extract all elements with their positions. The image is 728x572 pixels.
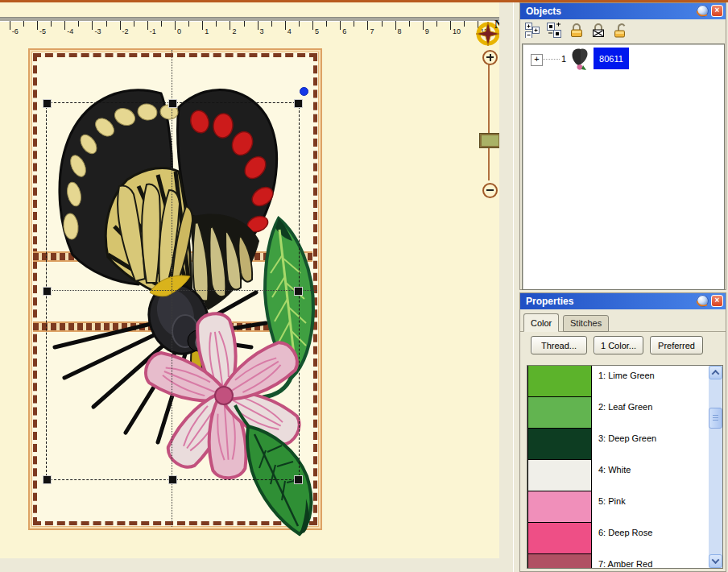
ruler-tick [92,21,93,30]
color-swatch[interactable] [527,553,592,569]
color-row[interactable]: 1: Lime Green [527,366,722,397]
properties-panel-title: Properties [526,296,573,307]
zoom-in-icon[interactable] [482,50,498,65]
tree-boxes-icon[interactable] [546,22,563,39]
tree-expand-icon[interactable] [524,22,541,39]
color-label: 6: Deep Rose [598,528,652,537]
padlock-x-icon[interactable] [589,22,606,39]
selection-handle-bottom-right[interactable] [294,475,303,484]
tab-color[interactable]: Color [523,313,559,332]
properties-panel-titlebar[interactable]: Properties × [520,293,726,309]
ruler-tick-label: 10 [453,27,461,35]
ruler-tick [271,21,272,27]
color-swatch[interactable] [527,459,592,491]
ruler-divider [0,17,499,22]
ruler-tick [175,21,176,30]
properties-tabs: Color Stitches [520,312,726,332]
close-icon[interactable]: × [711,5,723,17]
ruler-tick [464,21,465,27]
selection-handle-middle-right[interactable] [294,287,303,296]
side-panels: Objects × [513,2,728,572]
ruler-tick [37,21,38,30]
ruler-tick [10,21,10,30]
color-row[interactable]: 7: Amber Red [527,554,722,569]
ruler-tick [423,21,424,30]
color-list[interactable]: 1: Lime Green 2: Leaf Green 3: Deep Gree… [527,365,723,569]
color-row[interactable]: 6: Deep Rose [527,523,722,554]
color-row[interactable]: 2: Leaf Green [527,397,722,429]
objects-list[interactable]: + 1 80611 [522,44,725,290]
ruler-tick-label: 9 [425,27,429,35]
selection-handle-top-middle[interactable] [168,99,177,108]
application-window: -6 -5 -4 -3 -2 -1 0 1 2 3 4 5 6 7 8 9 10… [0,0,728,572]
selection-handle-top-left[interactable] [43,99,52,108]
selection-rotation-handle[interactable] [300,87,308,96]
color-swatch[interactable] [527,491,592,523]
help-ball-icon[interactable] [697,5,709,17]
design-canvas[interactable]: -6 -5 -4 -3 -2 -1 0 1 2 3 4 5 6 7 8 9 10… [0,2,499,558]
scroll-down-icon[interactable] [709,554,722,568]
zoom-out-icon[interactable] [482,183,498,198]
selection-handle-bottom-middle[interactable] [168,475,177,484]
selection-handle-bottom-left[interactable] [43,475,52,484]
color-label: 7: Amber Red [598,559,652,569]
ruler-tick [436,21,437,27]
ruler-tick [147,21,148,30]
object-thumbnail[interactable] [569,48,590,72]
ruler-tick [120,21,121,30]
objects-toolbar [520,19,726,44]
thread-button[interactable]: Thread... [531,336,587,354]
ruler-tick [340,21,341,30]
ruler-tick-label: -1 [150,27,156,35]
color-label: 5: Pink [598,496,626,506]
ruler-tick-label: -6 [12,27,19,35]
selection-handle-middle-left[interactable] [43,287,52,296]
ruler-tick [51,21,52,27]
ruler-tick [216,21,217,27]
ruler-tick [354,21,354,27]
objects-panel-titlebar[interactable]: Objects × [520,3,726,19]
ruler-tick-label: -3 [94,27,101,35]
tree-connector [542,59,560,60]
color-row[interactable]: 5: Pink [527,491,722,523]
ruler-tick [258,21,259,30]
ruler-tick [395,21,396,30]
close-icon[interactable]: × [711,295,723,307]
color-label: 1: Lime Green [598,371,655,380]
ruler-tick-label: -4 [67,27,73,35]
flyout-arrow-icon[interactable] [493,4,499,15]
ruler-tick-label: 8 [398,27,402,35]
padlock-locked-icon[interactable] [568,22,585,39]
ruler-tick [409,21,410,27]
scroll-up-icon[interactable] [709,366,722,379]
zoom-slider-handle[interactable] [480,134,499,147]
ruler-tick-label: 0 [177,27,181,35]
ruler-tick [106,21,107,27]
ruler-tick [188,21,189,27]
color-swatch[interactable] [527,365,592,397]
color-swatch[interactable] [527,428,592,460]
color-swatch[interactable] [527,522,592,554]
objects-panel: Objects × [519,2,726,290]
selection-handle-top-right[interactable] [294,99,303,108]
properties-panel: Properties × Color Stitches Thread... 1 … [519,292,726,572]
color-row[interactable]: 3: Deep Green [527,429,722,460]
color-swatch[interactable] [527,396,592,429]
preferred-button[interactable]: Preferred [650,336,703,354]
ruler-tick-label: 6 [342,27,346,35]
object-id-selected[interactable]: 80611 [594,48,629,69]
color-row[interactable]: 4: White [527,460,722,491]
ruler-tick [64,21,65,30]
color-list-scrollbar[interactable] [709,366,722,568]
one-color-button[interactable]: 1 Color... [594,336,643,354]
ruler-tick-label: 7 [370,27,374,35]
selection-rectangle[interactable] [46,102,300,480]
tab-stitches[interactable]: Stitches [563,315,609,332]
zoom-slider-track[interactable] [488,63,490,180]
color-list-scroll-thumb[interactable] [709,408,722,429]
ruler-tick-label: 1 [205,27,209,35]
help-ball-icon[interactable] [697,295,709,307]
expand-item-icon[interactable]: + [531,54,543,66]
padlock-open-icon[interactable] [611,22,628,39]
ruler-tick-label: 3 [260,27,264,35]
